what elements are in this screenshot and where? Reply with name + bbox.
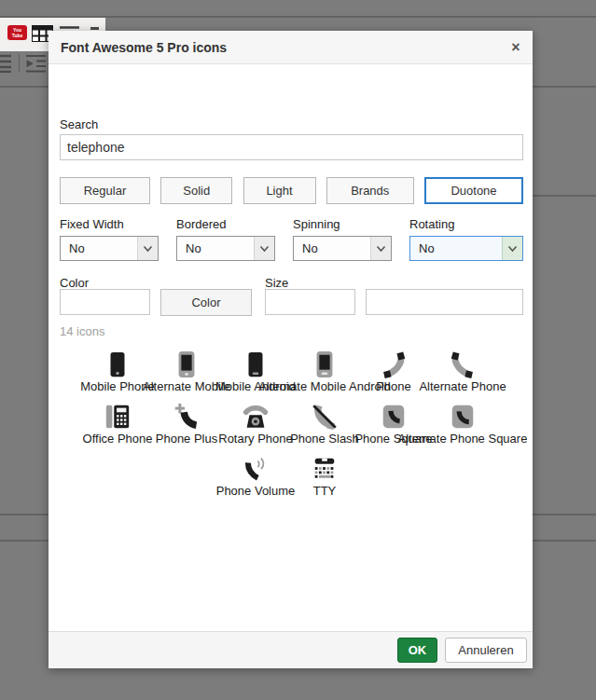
dialog-body: Search RegularSolidLightBrandsDuotone Fi… [49,65,533,631]
phone-slash-icon[interactable] [311,402,339,432]
icon-grid: Mobile PhoneAlternate MobileMobile Andro… [53,341,527,498]
chevron-down-icon[interactable] [370,237,391,260]
icon-label: TTY [313,484,337,498]
tab-brands[interactable]: Brands [326,177,414,204]
mobile-android-alt-icon[interactable] [311,350,339,379]
option-label: Spinning [293,217,392,231]
tab-regular[interactable]: Regular [60,177,150,204]
font-awesome-icons-dialog: Font Awesome 5 Pro icons × Search Regula… [49,31,533,668]
dropdown-value: No [410,241,502,255]
icon-label: Alternate Phone [419,379,506,393]
search-label: Search [60,117,98,131]
youtube-icon-text-bottom: Tube [7,33,27,38]
option-label: Bordered [176,217,275,231]
icon-label: Phone [376,379,411,393]
toolbar-partial-icon [90,27,99,30]
toolbar-divider [19,54,20,73]
icon-label: Alternate Phone Square [398,432,527,446]
icon-tile[interactable]: Alternate Mobile [152,341,221,393]
color-label: Color [60,276,89,290]
mobile-alt-icon[interactable] [173,350,201,379]
mobile-android-icon[interactable] [242,350,270,379]
tab-duotone[interactable]: Duotone [424,177,523,204]
dropdown-value: No [61,241,137,255]
phone-alt-icon[interactable] [449,350,477,379]
icon-tile[interactable]: Alternate Mobile Android [290,341,359,393]
cancel-button[interactable]: Annuleren [445,638,527,663]
icon-tile[interactable]: Alternate Phone [428,341,497,393]
extra-input[interactable] [366,289,523,315]
dialog-header: Font Awesome 5 Pro icons × [49,31,533,64]
indent-icon [26,54,46,76]
search-input[interactable] [60,134,523,160]
youtube-icon: You Tube [7,25,27,40]
phone-icon[interactable] [380,350,408,379]
icon-tile[interactable]: Office Phone [83,393,152,446]
dropdown-select[interactable]: No [409,236,523,261]
chevron-down-icon[interactable] [137,237,158,260]
phone-office-icon[interactable] [104,402,132,432]
icon-tile[interactable]: Alternate Phone Square [428,393,497,446]
tab-light[interactable]: Light [243,177,316,204]
icon-label: Rotary Phone [218,432,293,446]
icon-tile[interactable]: Phone Slash [290,393,359,446]
icon-tile[interactable]: Phone Plus [152,393,221,446]
icon-tile[interactable]: Rotary Phone [221,393,290,446]
color-input[interactable] [60,289,150,315]
phone-square-alt-icon[interactable] [449,402,477,432]
ok-button[interactable]: OK [397,638,437,663]
close-icon[interactable]: × [499,39,533,56]
icon-tile[interactable]: TTY [290,446,359,498]
mobile-icon[interactable] [104,350,132,379]
phone-plus-icon[interactable] [173,402,201,432]
phone-volume-icon[interactable] [242,454,270,484]
icon-label: Phone Slash [290,432,359,446]
dropdown-select[interactable]: No [293,236,392,261]
dialog-footer: OK Annuleren [49,631,533,668]
option-label: Fixed Width [60,217,159,231]
style-tabs: RegularSolidLightBrandsDuotone [60,177,523,204]
dialog-title: Font Awesome 5 Pro icons [49,40,499,55]
icon-label: Phone Volume [216,484,296,498]
option-rotating: RotatingNo [409,217,523,261]
dropdown-select[interactable]: No [60,236,159,261]
color-picker-button[interactable]: Color [160,289,252,316]
dropdown-select[interactable]: No [176,236,275,261]
option-spinning: SpinningNo [293,217,392,261]
option-fixed-width: Fixed WidthNo [60,217,159,261]
icon-results-area: Mobile PhoneAlternate MobileMobile Andro… [53,341,527,511]
icon-label: Phone Plus [156,432,218,446]
tty-icon[interactable] [311,454,339,484]
icon-tile[interactable]: Phone [359,341,428,393]
chevron-down-icon[interactable] [502,237,522,260]
chevron-down-icon[interactable] [254,237,274,260]
icon-label: Office Phone [83,432,153,446]
size-input[interactable] [265,289,355,315]
size-label: Size [265,276,288,290]
dropdown-value: No [177,241,254,255]
phone-square-icon[interactable] [380,402,408,432]
phone-rotary-icon[interactable] [242,402,270,432]
option-label: Rotating [409,217,523,231]
background-divider-right [533,195,596,197]
option-bordered: BorderedNo [176,217,275,261]
tab-solid[interactable]: Solid [160,177,232,204]
result-count: 14 icons [60,324,104,338]
icon-tile[interactable]: Phone Volume [221,446,290,498]
align-justify-icon [0,54,11,76]
dropdown-value: No [294,241,370,255]
icon-tile[interactable]: Mobile Phone [83,341,152,393]
